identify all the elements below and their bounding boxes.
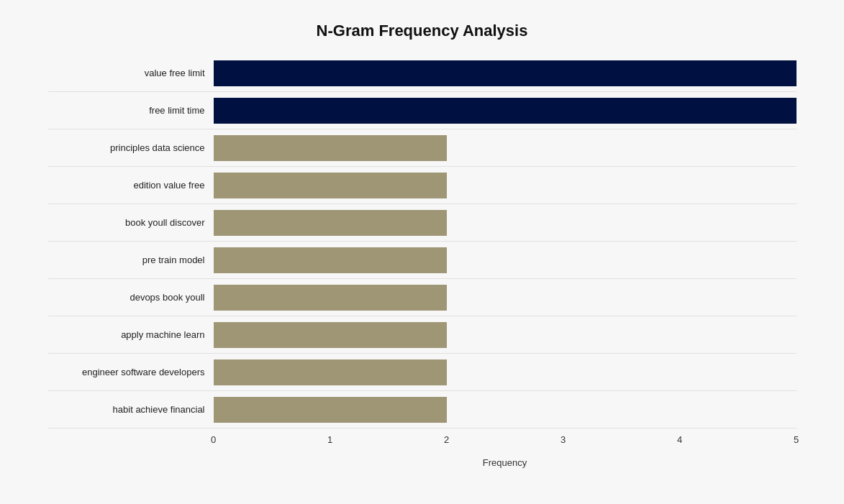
bar-fill: [214, 60, 797, 86]
bar-track: [214, 247, 797, 273]
bar-label: habit achieve financial: [48, 404, 214, 415]
bar-row: engineer software developers: [48, 354, 797, 391]
bar-track: [214, 173, 797, 198]
bar-fill: [214, 247, 447, 273]
bar-label: principles data science: [48, 142, 214, 153]
bar-row: edition value free: [48, 167, 797, 204]
bar-row: apply machine learn: [48, 316, 797, 354]
bar-track: [214, 285, 797, 311]
bar-label: free limit time: [48, 105, 214, 116]
bar-row: principles data science: [48, 129, 797, 167]
bar-row: free limit time: [48, 92, 797, 129]
x-tick: 4: [677, 434, 682, 445]
bar-fill: [214, 359, 447, 385]
x-tick: 3: [561, 434, 566, 445]
bar-label: engineer software developers: [48, 367, 214, 377]
x-tick: 0: [211, 434, 216, 445]
bar-track: [214, 60, 797, 86]
chart-area: value free limitfree limit timeprinciple…: [48, 55, 797, 429]
bar-label: pre train model: [48, 255, 214, 265]
bar-fill: [214, 397, 447, 423]
x-axis-label: Frequency: [48, 457, 797, 468]
bar-fill: [214, 135, 447, 161]
x-axis: 012345: [48, 434, 797, 456]
chart-title: N-Gram Frequency Analysis: [48, 22, 797, 40]
bar-row: pre train model: [48, 242, 797, 279]
bar-label: edition value free: [48, 180, 214, 191]
bar-track: [214, 397, 797, 423]
bar-row: book youll discover: [48, 204, 797, 242]
bar-track: [214, 98, 797, 124]
x-axis-ticks: 012345: [214, 434, 797, 456]
bar-row: devops book youll: [48, 279, 797, 316]
bar-label: devops book youll: [48, 292, 214, 303]
bar-label: book youll discover: [48, 217, 214, 228]
chart-container: N-Gram Frequency Analysis value free lim…: [27, 7, 818, 497]
bar-fill: [214, 173, 447, 198]
bar-label: apply machine learn: [48, 329, 214, 340]
bar-track: [214, 359, 797, 385]
bar-row: habit achieve financial: [48, 391, 797, 429]
bar-fill: [214, 210, 447, 236]
bar-track: [214, 210, 797, 236]
x-tick: 1: [327, 434, 332, 445]
x-tick: 2: [444, 434, 449, 445]
bar-track: [214, 322, 797, 348]
x-tick: 5: [794, 434, 799, 445]
bar-label: value free limit: [48, 68, 214, 78]
bar-fill: [214, 285, 447, 311]
bar-row: value free limit: [48, 55, 797, 92]
bar-track: [214, 135, 797, 161]
bar-fill: [214, 322, 447, 348]
bar-fill: [214, 98, 797, 124]
